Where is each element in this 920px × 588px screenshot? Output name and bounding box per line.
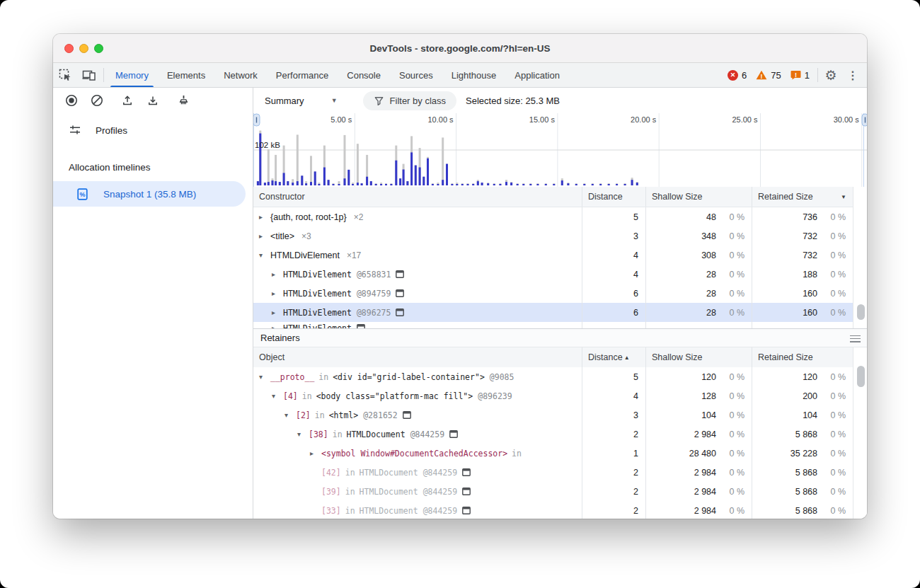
tab-lighthouse[interactable]: Lighthouse (442, 63, 506, 87)
retainer-property[interactable]: [38] (309, 430, 328, 439)
shallow-size-cell: 28 4800 % (645, 444, 752, 463)
perspective-select[interactable]: Summary ▼ (260, 93, 342, 109)
tab-memory[interactable]: Memory (106, 63, 158, 87)
retainer-property[interactable]: <symbol Window#DocumentCachedAccessor> (321, 449, 507, 459)
issue-icon: ! (790, 70, 801, 80)
inspect-icon[interactable] (53, 63, 77, 87)
column-header-object[interactable]: Object (253, 347, 582, 367)
tab-application[interactable]: Application (505, 63, 569, 87)
scrollbar-thumb[interactable] (857, 304, 865, 320)
disclosure-triangle[interactable]: ▸ (259, 232, 270, 240)
reveal-icon[interactable] (462, 488, 471, 495)
disclosure-triangle[interactable]: ▸ (272, 270, 283, 278)
garbage-collect-icon[interactable] (171, 90, 196, 111)
disclosure-triangle[interactable]: ▾ (284, 411, 296, 419)
disclosure-triangle[interactable]: ▾ (297, 430, 309, 438)
retainer-row[interactable]: [42]inHTMLDocument@84425922 9840 %5 8680… (253, 463, 853, 482)
column-header-retained-size[interactable]: Retained Size (752, 347, 853, 367)
disclosure-triangle[interactable]: ▾ (259, 251, 270, 259)
tab-performance[interactable]: Performance (267, 63, 338, 87)
disclosure-triangle[interactable]: ▾ (272, 392, 283, 400)
sidebar-item-snapshot-1[interactable]: % Snapshot 1 (35.8 MB) (53, 181, 246, 207)
column-header-constructor[interactable]: Constructor (253, 187, 582, 207)
retainer-property[interactable]: [2] (296, 410, 311, 420)
svg-text:20.00 s: 20.00 s (631, 115, 657, 124)
memory-toolbar: Summary ▼ Filter by class Selected size:… (53, 88, 867, 114)
reveal-icon[interactable] (396, 289, 404, 297)
record-icon[interactable] (59, 90, 84, 111)
retainer-row[interactable]: ▾__proto__in<div id="grid-label-containe… (253, 367, 853, 386)
retainers-scrollbar[interactable] (853, 347, 867, 519)
reveal-icon[interactable] (403, 411, 411, 419)
retainer-property[interactable]: [4] (283, 391, 298, 401)
constructor-row[interactable]: ▸HTMLDivElement@8947596280 %1600 % (253, 284, 853, 303)
warning-badge[interactable]: !75 (756, 70, 781, 81)
column-header-retained-size[interactable]: Retained Size▼ (752, 187, 853, 207)
kebab-icon[interactable]: ⋮ (844, 69, 861, 82)
retainer-row[interactable]: ▾[2]in<html>@28165231040 %1040 % (253, 405, 853, 425)
save-icon[interactable] (140, 90, 166, 111)
scrollbar-thumb[interactable] (857, 366, 865, 387)
retained-size-cell: 1040 % (752, 405, 853, 425)
reveal-icon[interactable] (462, 468, 471, 476)
tab-sources[interactable]: Sources (390, 63, 442, 87)
constructor-row[interactable]: ▸HTMLDivElement (253, 322, 853, 328)
column-header-shallow-size[interactable]: Shallow Size (645, 187, 752, 207)
disclosure-triangle[interactable]: ▾ (259, 373, 270, 381)
load-icon[interactable] (115, 90, 140, 111)
tab-network[interactable]: Network (214, 63, 267, 87)
object-id: @844259 (410, 430, 444, 439)
retainer-property[interactable]: [39] (321, 487, 341, 497)
status-badges: ✕6!75!1 (722, 63, 815, 87)
retainer-property[interactable]: __proto__ (270, 372, 314, 382)
error-badge[interactable]: ✕6 (728, 70, 747, 81)
constructor-row[interactable]: ▾HTMLDivElement×1743080 %7320 % (253, 246, 853, 265)
retainer-row[interactable]: ▸<symbol Window#DocumentCachedAccessor>i… (253, 444, 853, 463)
reveal-icon[interactable] (396, 309, 404, 316)
shallow-size-cell: 1040 % (645, 405, 752, 425)
allocation-timeline-overview[interactable]: 5.00 s10.00 s15.00 s20.00 s25.00 s30.00 … (253, 113, 867, 187)
disclosure-triangle[interactable]: ▸ (310, 449, 321, 457)
object-id: @658831 (357, 270, 391, 279)
retainer-row[interactable]: [33]inHTMLDocument@84425922 9840 %5 8680… (253, 501, 853, 519)
constructor-row[interactable]: ▸<title>×333480 %7320 % (253, 226, 853, 246)
column-header-distance[interactable]: Distance▲ (582, 347, 645, 367)
distance-cell: 2 (582, 425, 645, 444)
retainer-row[interactable]: [39]inHTMLDocument@84425922 9840 %5 8680… (253, 482, 853, 501)
issue-badge[interactable]: !1 (790, 70, 810, 81)
distance-cell: 5 (582, 367, 645, 386)
retainer-row[interactable]: ▾[38]inHTMLDocument@84425922 9840 %5 868… (253, 425, 853, 444)
sidebar-item-profiles[interactable]: Profiles (53, 117, 253, 143)
svg-text:5.00 s: 5.00 s (330, 115, 352, 124)
constructor-row[interactable]: ▸{auth, root, root-1p}×25480 %7360 % (253, 207, 853, 226)
tab-console[interactable]: Console (338, 63, 390, 87)
retainer-property[interactable]: [42] (321, 468, 341, 478)
screen: DevTools - store.google.com/?hl=en-US Me… (0, 0, 920, 588)
device-toolbar-icon[interactable] (77, 63, 101, 87)
gear-icon[interactable]: ⚙ (820, 67, 841, 83)
constructor-row[interactable]: ▸HTMLDivElement@6588314280 %1880 % (253, 265, 853, 284)
object-id: @844259 (423, 487, 457, 497)
reveal-icon[interactable] (396, 270, 404, 278)
retainer-property[interactable]: [33] (321, 506, 341, 516)
column-header-distance[interactable]: Distance (582, 187, 645, 207)
constructor-row[interactable]: ▸HTMLDivElement@8962756280 %1600 % (253, 303, 853, 322)
constructor-scrollbar[interactable] (853, 187, 867, 328)
distance-cell: 4 (582, 265, 645, 284)
disclosure-triangle[interactable]: ▸ (259, 213, 270, 221)
retainer-object: HTMLDocument (347, 430, 406, 439)
column-header-shallow-size[interactable]: Shallow Size (645, 347, 752, 367)
reveal-icon[interactable] (462, 507, 471, 514)
tab-elements[interactable]: Elements (158, 63, 214, 87)
retained-size-cell: 5 8680 % (752, 463, 853, 482)
shallow-size-cell (645, 322, 752, 328)
reveal-icon[interactable] (449, 430, 458, 438)
hamburger-icon[interactable] (850, 333, 861, 344)
retained-size-cell: 5 8680 % (752, 482, 853, 501)
shallow-size-cell: 1280 % (645, 386, 752, 405)
disclosure-triangle[interactable]: ▸ (272, 289, 283, 297)
retainer-row[interactable]: ▾[4]in<body class="platform-mac fill">@8… (253, 386, 853, 405)
clear-icon[interactable] (84, 90, 110, 111)
disclosure-triangle[interactable]: ▸ (272, 309, 283, 316)
class-filter-input[interactable]: Filter by class (363, 91, 456, 110)
